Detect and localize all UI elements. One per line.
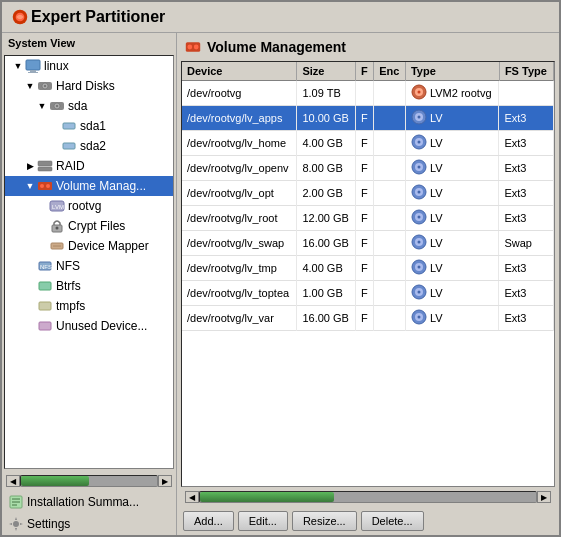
tree-label-unused: Unused Device... — [56, 319, 147, 333]
svg-point-39 — [417, 91, 420, 94]
partition-icon — [61, 118, 77, 134]
window-title: Expert Partitioner — [31, 8, 165, 26]
edit-button[interactable]: Edit... — [238, 511, 288, 531]
right-panel-title: Volume Management — [207, 39, 346, 55]
table-row[interactable]: /dev/rootvg/lv_tmp 4.00 GB F LV Ext3 — [182, 256, 554, 281]
tree-item-crypt-files[interactable]: — Crypt Files — [5, 216, 173, 236]
cell-type: LV — [406, 281, 499, 305]
resize-button[interactable]: Resize... — [292, 511, 357, 531]
tree-label-device-mapper: Device Mapper — [68, 239, 149, 253]
disk-icon — [49, 98, 65, 114]
bottom-bar: Add... Edit... Resize... Delete... — [177, 507, 559, 535]
table-row[interactable]: /dev/rootvg/lv_apps 10.00 GB F LV Ext3 — [182, 106, 554, 131]
left-scrollbar[interactable]: ◀ ▶ — [4, 473, 174, 489]
left-panel: System View ▼ linux ▼ — [2, 33, 177, 535]
cell-fstype: Swap — [499, 231, 553, 256]
table-row[interactable]: /dev/rootvg 1.09 TB LVM2 rootvg — [182, 81, 554, 106]
svg-point-48 — [417, 166, 420, 169]
svg-text:NFS: NFS — [40, 264, 52, 270]
right-scrollbar[interactable]: ◀ ▶ — [181, 489, 555, 505]
cell-fstype: Ext3 — [499, 306, 553, 331]
tree-item-rootvg[interactable]: — LVM rootvg — [5, 196, 173, 216]
volume-table: Device Size F Enc Type FS Type /dev/root… — [182, 62, 554, 331]
svg-point-16 — [40, 184, 44, 188]
table-header-row: Device Size F Enc Type FS Type — [182, 62, 554, 81]
svg-rect-2 — [26, 60, 40, 70]
cell-type: LV — [406, 231, 499, 255]
cell-fstype: Ext3 — [499, 156, 553, 181]
cell-device: /dev/rootvg/lv_toptea — [182, 281, 297, 306]
cell-f: F — [356, 281, 374, 306]
delete-button[interactable]: Delete... — [361, 511, 424, 531]
svg-point-33 — [13, 521, 19, 527]
tree-item-sda[interactable]: ▼ sda — [5, 96, 173, 116]
table-row[interactable]: /dev/rootvg/lv_toptea 1.00 GB F LV Ext3 — [182, 281, 554, 306]
table-row[interactable]: /dev/rootvg/lv_var 16.00 GB F LV Ext3 — [182, 306, 554, 331]
add-button[interactable]: Add... — [183, 511, 234, 531]
svg-rect-27 — [39, 302, 51, 310]
expand-icon-sda: ▼ — [37, 101, 47, 111]
tree-container[interactable]: ▼ linux ▼ — [4, 55, 174, 469]
type-icon — [411, 134, 427, 152]
table-row[interactable]: /dev/rootvg/lv_opt 2.00 GB F LV Ext3 — [182, 181, 554, 206]
crypt-icon — [49, 218, 65, 234]
unused-icon — [37, 318, 53, 334]
tree-label-sda2: sda2 — [80, 139, 106, 153]
tree-item-volume-management[interactable]: ▼ Volume Manag... — [5, 176, 173, 196]
cell-size: 16.00 GB — [297, 231, 356, 256]
svg-rect-28 — [39, 322, 51, 330]
nav-installation-summary[interactable]: Installation Summa... — [2, 491, 176, 513]
nav-label-summary: Installation Summa... — [27, 495, 139, 509]
partition-icon-2 — [61, 138, 77, 154]
scroll-left-arrow[interactable]: ◀ — [6, 475, 20, 487]
tree-item-hard-disks[interactable]: ▼ Hard Disks — [5, 76, 173, 96]
col-fstype: FS Type — [499, 62, 553, 81]
cell-type: LV — [406, 306, 499, 330]
cell-fstype: Ext3 — [499, 181, 553, 206]
tree-item-tmpfs[interactable]: — tmpfs — [5, 296, 173, 316]
scroll-left-arrow-right[interactable]: ◀ — [185, 491, 199, 503]
cell-f: F — [356, 181, 374, 206]
svg-point-42 — [417, 116, 420, 119]
cell-enc — [374, 231, 406, 256]
cell-fstype: Ext3 — [499, 206, 553, 231]
tmpfs-icon — [37, 298, 53, 314]
table-row[interactable]: /dev/rootvg/lv_swap 16.00 GB F LV Swap — [182, 231, 554, 256]
cell-size: 10.00 GB — [297, 106, 356, 131]
tree-item-sda1[interactable]: — sda1 — [5, 116, 173, 136]
volume-icon — [37, 178, 53, 194]
cell-size: 4.00 GB — [297, 131, 356, 156]
tree-item-nfs[interactable]: — NFS NFS — [5, 256, 173, 276]
table-row[interactable]: /dev/rootvg/lv_openv 8.00 GB F LV Ext3 — [182, 156, 554, 181]
nav-settings[interactable]: Settings — [2, 513, 176, 535]
svg-point-54 — [417, 216, 420, 219]
table-row[interactable]: /dev/rootvg/lv_root 12.00 GB F LV Ext3 — [182, 206, 554, 231]
tree-item-linux[interactable]: ▼ linux — [5, 56, 173, 76]
scrollbar-track[interactable] — [199, 491, 537, 503]
table-container[interactable]: Device Size F Enc Type FS Type /dev/root… — [181, 61, 555, 487]
col-device: Device — [182, 62, 297, 81]
tree-label-btrfs: Btrfs — [56, 279, 81, 293]
cell-type: LV — [406, 156, 499, 180]
type-icon — [411, 84, 427, 102]
scroll-right-arrow[interactable]: ▶ — [158, 475, 172, 487]
tree-item-unused-devices[interactable]: — Unused Device... — [5, 316, 173, 336]
tree-item-device-mapper[interactable]: — Device Mapper — [5, 236, 173, 256]
svg-point-36 — [194, 45, 199, 50]
svg-point-21 — [56, 227, 59, 230]
raid-icon — [37, 158, 53, 174]
svg-point-17 — [46, 184, 50, 188]
lvm-icon: LVM — [49, 198, 65, 214]
cell-device: /dev/rootvg/lv_var — [182, 306, 297, 331]
left-scrollbar-track[interactable] — [20, 475, 158, 487]
type-icon — [411, 284, 427, 302]
tree-item-raid[interactable]: ▶ RAID — [5, 156, 173, 176]
cell-enc — [374, 156, 406, 181]
svg-point-10 — [56, 105, 58, 107]
tree-item-sda2[interactable]: — sda2 — [5, 136, 173, 156]
svg-rect-4 — [28, 72, 38, 73]
table-row[interactable]: /dev/rootvg/lv_home 4.00 GB F LV Ext3 — [182, 131, 554, 156]
scroll-right-arrow-right[interactable]: ▶ — [537, 491, 551, 503]
svg-point-63 — [417, 291, 420, 294]
tree-item-btrfs[interactable]: — Btrfs — [5, 276, 173, 296]
